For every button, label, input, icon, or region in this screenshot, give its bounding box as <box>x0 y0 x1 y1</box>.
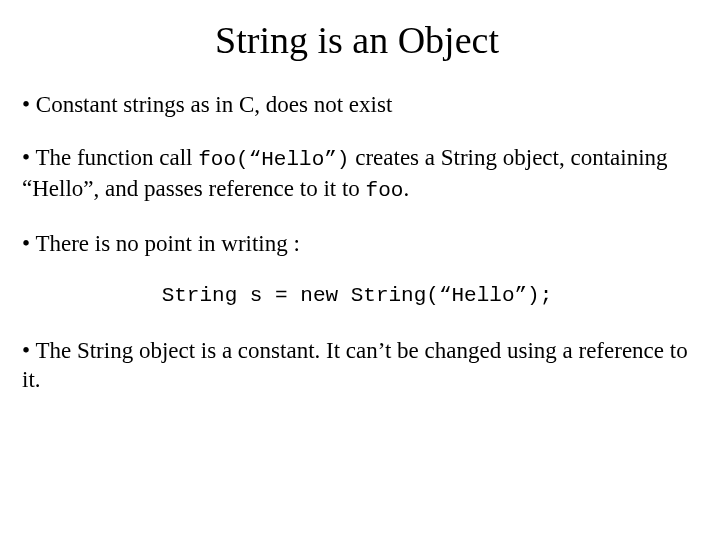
bullet-4: • The String object is a constant. It ca… <box>22 336 692 395</box>
bullet-1: • Constant strings as in C, does not exi… <box>22 90 692 119</box>
slide-title: String is an Object <box>22 18 692 62</box>
bullet-2: • The function call foo(“Hello”) creates… <box>22 143 692 205</box>
slide: String is an Object • Constant strings a… <box>0 0 720 540</box>
bullet-2-code-1: foo(“Hello”) <box>198 148 349 171</box>
bullet-3: • There is no point in writing : <box>22 229 692 258</box>
bullet-2-code-2: foo <box>366 179 404 202</box>
code-example: String s = new String(“Hello”); <box>22 283 692 310</box>
slide-body: • Constant strings as in C, does not exi… <box>22 90 692 394</box>
bullet-2-text-a: • The function call <box>22 145 198 170</box>
bullet-2-text-c: . <box>403 176 409 201</box>
